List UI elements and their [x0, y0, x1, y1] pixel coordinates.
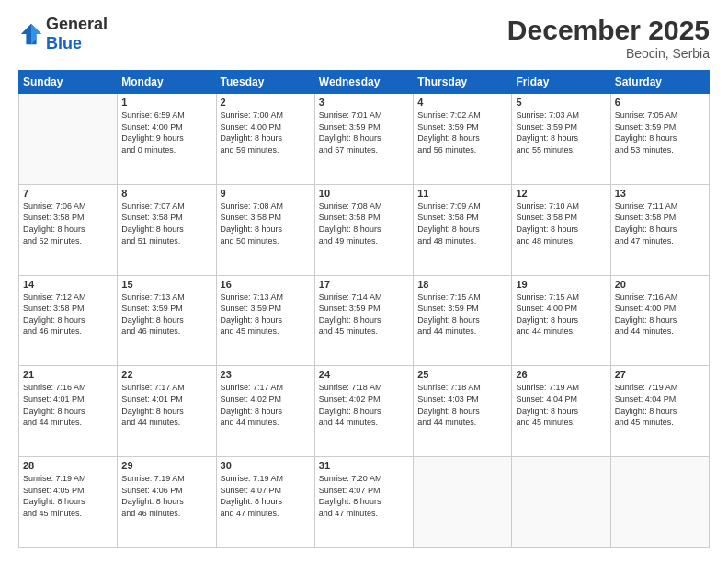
calendar-cell [19, 94, 118, 185]
weekday-header-wednesday: Wednesday [314, 71, 413, 94]
weekday-header-monday: Monday [118, 71, 216, 94]
day-number: 15 [121, 279, 211, 290]
day-info: Sunrise: 7:06 AMSunset: 3:58 PMDaylight:… [23, 201, 113, 247]
calendar-cell: 5Sunrise: 7:03 AMSunset: 3:59 PMDaylight… [512, 94, 610, 185]
calendar-cell: 17Sunrise: 7:14 AMSunset: 3:59 PMDayligh… [314, 275, 413, 366]
calendar-week-1: 1Sunrise: 6:59 AMSunset: 4:00 PMDaylight… [19, 94, 710, 185]
calendar-week-4: 21Sunrise: 7:16 AMSunset: 4:01 PMDayligh… [19, 366, 710, 457]
day-info: Sunrise: 7:13 AMSunset: 3:59 PMDaylight:… [221, 292, 311, 338]
day-number: 17 [319, 279, 409, 290]
day-info: Sunrise: 7:11 AMSunset: 3:58 PMDaylight:… [615, 201, 705, 247]
calendar-cell: 4Sunrise: 7:02 AMSunset: 3:59 PMDaylight… [414, 94, 512, 185]
day-number: 5 [516, 97, 606, 108]
weekday-header-saturday: Saturday [610, 71, 709, 94]
day-number: 3 [319, 97, 409, 108]
day-number: 2 [221, 97, 311, 108]
header: General Blue December 2025 Beocin, Serbi… [18, 15, 710, 61]
day-number: 29 [121, 460, 211, 471]
calendar-cell: 10Sunrise: 7:08 AMSunset: 3:58 PMDayligh… [314, 184, 413, 275]
calendar-cell: 7Sunrise: 7:06 AMSunset: 3:58 PMDaylight… [19, 184, 118, 275]
day-number: 11 [417, 188, 507, 199]
day-number: 20 [615, 279, 705, 290]
day-number: 30 [221, 460, 311, 471]
calendar-cell: 22Sunrise: 7:17 AMSunset: 4:01 PMDayligh… [118, 366, 216, 457]
calendar-cell: 21Sunrise: 7:16 AMSunset: 4:01 PMDayligh… [19, 366, 118, 457]
calendar-cell: 13Sunrise: 7:11 AMSunset: 3:58 PMDayligh… [610, 184, 709, 275]
calendar-cell: 25Sunrise: 7:18 AMSunset: 4:03 PMDayligh… [414, 366, 512, 457]
calendar-week-5: 28Sunrise: 7:19 AMSunset: 4:05 PMDayligh… [19, 457, 710, 548]
day-number: 10 [319, 188, 409, 199]
day-info: Sunrise: 7:19 AMSunset: 4:04 PMDaylight:… [615, 382, 705, 428]
calendar-cell: 8Sunrise: 7:07 AMSunset: 3:58 PMDaylight… [118, 184, 216, 275]
day-number: 28 [23, 460, 113, 471]
day-info: Sunrise: 7:19 AMSunset: 4:07 PMDaylight:… [221, 473, 311, 519]
calendar-cell: 9Sunrise: 7:08 AMSunset: 3:58 PMDaylight… [216, 184, 314, 275]
day-info: Sunrise: 7:05 AMSunset: 3:59 PMDaylight:… [615, 109, 705, 155]
day-info: Sunrise: 7:00 AMSunset: 4:00 PMDaylight:… [221, 109, 311, 155]
day-number: 27 [615, 369, 705, 380]
day-number: 13 [615, 188, 705, 199]
day-info: Sunrise: 7:02 AMSunset: 3:59 PMDaylight:… [417, 109, 507, 155]
day-number: 25 [417, 369, 507, 380]
calendar-cell: 28Sunrise: 7:19 AMSunset: 4:05 PMDayligh… [19, 457, 118, 548]
calendar-cell: 20Sunrise: 7:16 AMSunset: 4:00 PMDayligh… [610, 275, 709, 366]
calendar-cell: 3Sunrise: 7:01 AMSunset: 3:59 PMDaylight… [314, 94, 413, 185]
day-number: 31 [319, 460, 409, 471]
weekday-header-sunday: Sunday [19, 71, 118, 94]
day-info: Sunrise: 7:14 AMSunset: 3:59 PMDaylight:… [319, 292, 409, 338]
calendar-cell: 15Sunrise: 7:13 AMSunset: 3:59 PMDayligh… [118, 275, 216, 366]
day-info: Sunrise: 7:08 AMSunset: 3:58 PMDaylight:… [319, 201, 409, 247]
day-info: Sunrise: 7:15 AMSunset: 3:59 PMDaylight:… [417, 292, 507, 338]
day-info: Sunrise: 7:07 AMSunset: 3:58 PMDaylight:… [121, 201, 211, 247]
day-info: Sunrise: 7:03 AMSunset: 3:59 PMDaylight:… [516, 109, 606, 155]
day-number: 7 [23, 188, 113, 199]
calendar-cell: 24Sunrise: 7:18 AMSunset: 4:02 PMDayligh… [314, 366, 413, 457]
day-number: 8 [121, 188, 211, 199]
calendar-cell: 26Sunrise: 7:19 AMSunset: 4:04 PMDayligh… [512, 366, 610, 457]
day-number: 24 [319, 369, 409, 380]
day-info: Sunrise: 7:12 AMSunset: 3:58 PMDaylight:… [23, 292, 113, 338]
day-number: 6 [615, 97, 705, 108]
day-info: Sunrise: 7:17 AMSunset: 4:02 PMDaylight:… [221, 382, 311, 428]
calendar-cell: 6Sunrise: 7:05 AMSunset: 3:59 PMDaylight… [610, 94, 709, 185]
day-number: 1 [121, 97, 211, 108]
location: Beocin, Serbia [507, 46, 710, 61]
day-info: Sunrise: 7:16 AMSunset: 4:00 PMDaylight:… [615, 292, 705, 338]
day-number: 19 [516, 279, 606, 290]
day-number: 22 [121, 369, 211, 380]
page: General Blue December 2025 Beocin, Serbi… [0, 0, 728, 563]
calendar-cell: 29Sunrise: 7:19 AMSunset: 4:06 PMDayligh… [118, 457, 216, 548]
day-number: 16 [221, 279, 311, 290]
day-info: Sunrise: 7:16 AMSunset: 4:01 PMDaylight:… [23, 382, 113, 428]
title-block: December 2025 Beocin, Serbia [507, 15, 710, 61]
day-number: 9 [221, 188, 311, 199]
logo-blue-text: Blue [46, 34, 82, 52]
day-info: Sunrise: 7:01 AMSunset: 3:59 PMDaylight:… [319, 109, 409, 155]
calendar-cell: 18Sunrise: 7:15 AMSunset: 3:59 PMDayligh… [414, 275, 512, 366]
calendar-cell: 12Sunrise: 7:10 AMSunset: 3:58 PMDayligh… [512, 184, 610, 275]
day-info: Sunrise: 7:15 AMSunset: 4:00 PMDaylight:… [516, 292, 606, 338]
day-number: 23 [221, 369, 311, 380]
calendar-cell: 2Sunrise: 7:00 AMSunset: 4:00 PMDaylight… [216, 94, 314, 185]
calendar-cell: 19Sunrise: 7:15 AMSunset: 4:00 PMDayligh… [512, 275, 610, 366]
weekday-header-tuesday: Tuesday [216, 71, 314, 94]
day-number: 4 [417, 97, 507, 108]
day-number: 14 [23, 279, 113, 290]
calendar-cell: 27Sunrise: 7:19 AMSunset: 4:04 PMDayligh… [610, 366, 709, 457]
day-info: Sunrise: 7:19 AMSunset: 4:06 PMDaylight:… [121, 473, 211, 519]
calendar-cell: 1Sunrise: 6:59 AMSunset: 4:00 PMDaylight… [118, 94, 216, 185]
calendar-week-2: 7Sunrise: 7:06 AMSunset: 3:58 PMDaylight… [19, 184, 710, 275]
logo-icon [18, 21, 44, 47]
calendar-week-3: 14Sunrise: 7:12 AMSunset: 3:58 PMDayligh… [19, 275, 710, 366]
calendar-cell: 14Sunrise: 7:12 AMSunset: 3:58 PMDayligh… [19, 275, 118, 366]
calendar-cell: 11Sunrise: 7:09 AMSunset: 3:58 PMDayligh… [414, 184, 512, 275]
calendar-cell: 16Sunrise: 7:13 AMSunset: 3:59 PMDayligh… [216, 275, 314, 366]
calendar-cell: 23Sunrise: 7:17 AMSunset: 4:02 PMDayligh… [216, 366, 314, 457]
logo-general-text: General [46, 15, 108, 33]
day-number: 12 [516, 188, 606, 199]
day-info: Sunrise: 7:18 AMSunset: 4:02 PMDaylight:… [319, 382, 409, 428]
calendar-cell [414, 457, 512, 548]
day-info: Sunrise: 7:17 AMSunset: 4:01 PMDaylight:… [121, 382, 211, 428]
day-info: Sunrise: 7:19 AMSunset: 4:04 PMDaylight:… [516, 382, 606, 428]
weekday-header-row: SundayMondayTuesdayWednesdayThursdayFrid… [19, 71, 710, 94]
